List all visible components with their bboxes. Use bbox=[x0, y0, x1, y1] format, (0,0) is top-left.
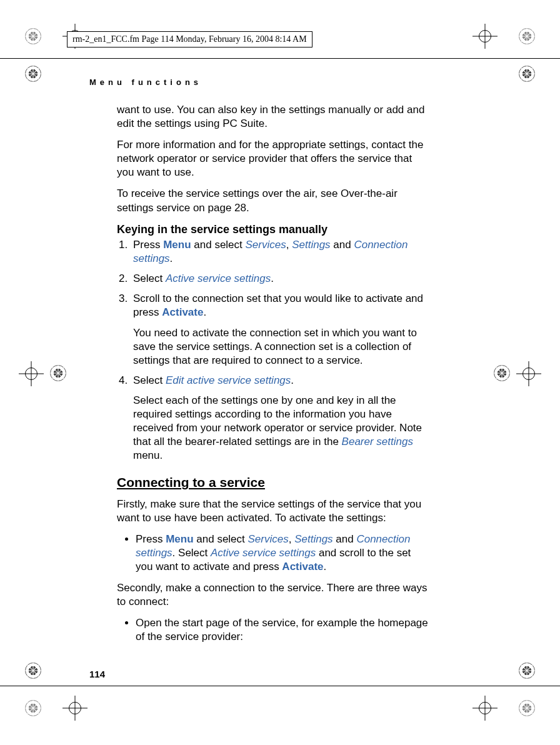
list-item: Press Menu and select Services, Settings… bbox=[136, 532, 428, 574]
list-item: Press Menu and select Services, Settings… bbox=[131, 238, 428, 266]
text: . bbox=[271, 272, 274, 284]
text: . bbox=[324, 561, 327, 572]
list-item: Select Active service settings. bbox=[131, 272, 428, 286]
cross-mark-icon bbox=[472, 696, 498, 721]
reg-mark-icon bbox=[50, 365, 66, 381]
ui-term: Bearer settings bbox=[342, 436, 413, 448]
reg-mark-icon bbox=[519, 662, 535, 679]
cross-mark-icon bbox=[19, 361, 44, 386]
text: and bbox=[333, 533, 357, 545]
reg-mark-icon bbox=[25, 66, 41, 82]
body-text: Secondly, make a connection to the servi… bbox=[117, 581, 428, 609]
reg-mark-icon bbox=[25, 700, 41, 716]
ui-term: Active service settings bbox=[211, 547, 316, 559]
crop-line bbox=[0, 686, 560, 686]
subheading: Keying in the service settings manually bbox=[117, 222, 428, 237]
ui-term: Settings bbox=[294, 533, 332, 545]
list-item: Open the start page of the service, for … bbox=[136, 616, 428, 644]
crop-line bbox=[0, 58, 560, 59]
text: Select bbox=[133, 374, 166, 386]
ui-term: Edit active service settings bbox=[166, 374, 291, 386]
header-filename: rm-2_en1_FCC.fm Page 114 Monday, Februar… bbox=[67, 31, 312, 48]
page-content: want to use. You can also key in the set… bbox=[117, 103, 428, 652]
body-text: You need to activate the connection set … bbox=[133, 326, 428, 368]
text: . bbox=[170, 252, 173, 264]
list-item: Select Edit active service settings. Sel… bbox=[131, 374, 428, 463]
section-header: Menu functions bbox=[89, 78, 202, 87]
text: Press bbox=[133, 239, 163, 251]
bullet-list: Open the start page of the service, for … bbox=[117, 616, 428, 644]
text: . bbox=[291, 374, 294, 386]
reg-mark-icon bbox=[519, 700, 535, 716]
text: and select bbox=[191, 239, 246, 251]
reg-mark-icon bbox=[519, 66, 535, 82]
text: menu. bbox=[133, 449, 162, 461]
text: Press bbox=[136, 533, 166, 545]
page-number: 114 bbox=[89, 669, 105, 679]
heading: Connecting to a service bbox=[117, 474, 428, 491]
ui-term: Menu bbox=[163, 239, 191, 251]
list-item: Scroll to the connection set that you wo… bbox=[131, 292, 428, 367]
body-text: Select each of the settings one by one a… bbox=[133, 394, 428, 462]
ui-term: Services bbox=[248, 533, 289, 545]
bullet-list: Press Menu and select Services, Settings… bbox=[117, 532, 428, 574]
text: and bbox=[331, 239, 354, 251]
reg-mark-icon bbox=[25, 662, 41, 679]
ui-term: Activate bbox=[282, 561, 323, 572]
text: , bbox=[289, 533, 294, 545]
ui-term: Activate bbox=[162, 306, 203, 318]
ui-term: Settings bbox=[292, 239, 330, 251]
text: and select bbox=[194, 533, 248, 545]
ui-term: Active service settings bbox=[166, 272, 271, 284]
body-text: To receive the service settings over the… bbox=[117, 187, 428, 214]
cross-mark-icon bbox=[62, 696, 88, 721]
text: Select bbox=[133, 272, 166, 284]
body-text: Firstly, make sure that the service sett… bbox=[117, 498, 428, 525]
cross-mark-icon bbox=[516, 361, 541, 386]
body-text: For more information and for the appropr… bbox=[117, 138, 428, 179]
cross-mark-icon bbox=[472, 24, 498, 49]
reg-mark-icon bbox=[25, 28, 41, 44]
text: , bbox=[286, 239, 292, 251]
ui-term: Services bbox=[246, 239, 286, 251]
numbered-list: Press Menu and select Services, Settings… bbox=[117, 238, 428, 462]
ui-term: Menu bbox=[166, 533, 193, 545]
text: . bbox=[203, 306, 206, 318]
body-text: want to use. You can also key in the set… bbox=[117, 103, 428, 131]
text: . Select bbox=[172, 547, 211, 559]
reg-mark-icon bbox=[519, 28, 535, 44]
reg-mark-icon bbox=[494, 365, 510, 381]
